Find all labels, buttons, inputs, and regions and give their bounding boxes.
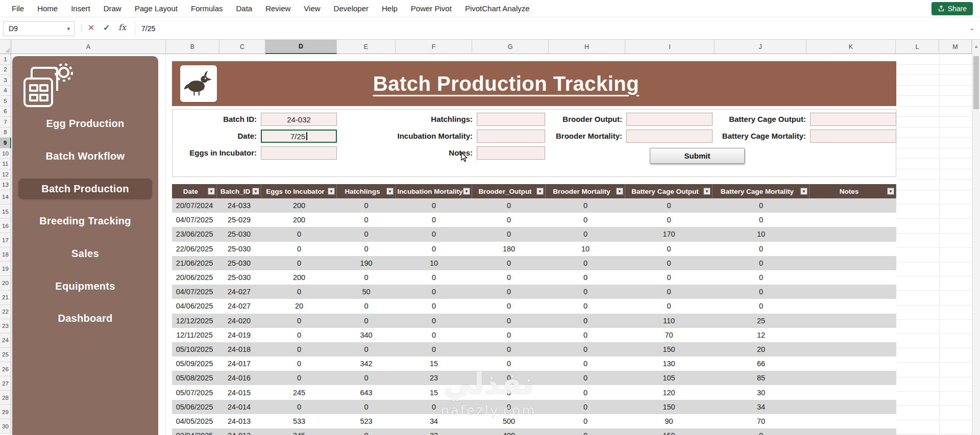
table-cell[interactable]: 02/04/2025 bbox=[172, 428, 217, 435]
table-cell[interactable]: 70 bbox=[713, 414, 810, 428]
submit-button[interactable]: Submit bbox=[650, 148, 745, 164]
table-cell[interactable]: 24-020 bbox=[217, 314, 261, 328]
table-cell[interactable]: 0 bbox=[713, 299, 810, 313]
row-header-15[interactable]: 15 bbox=[0, 204, 11, 219]
table-cell[interactable]: 105 bbox=[625, 371, 713, 385]
table-cell[interactable]: 0 bbox=[261, 227, 337, 241]
table-cell[interactable]: 20/07/2024 bbox=[172, 198, 217, 213]
table-cell[interactable]: 05/09/2025 bbox=[172, 356, 217, 371]
table-cell[interactable]: 04/07/2025 bbox=[172, 285, 217, 299]
table-cell[interactable] bbox=[810, 256, 896, 270]
filter-dropdown-icon[interactable]: ▼ bbox=[328, 188, 335, 195]
row-header-30[interactable]: 30 bbox=[0, 419, 11, 433]
table-cell[interactable]: 0 bbox=[546, 256, 625, 270]
filter-dropdown-icon[interactable]: ▼ bbox=[208, 188, 215, 195]
table-cell[interactable]: 0 bbox=[713, 198, 810, 213]
column-header-F[interactable]: F bbox=[396, 40, 472, 54]
table-cell[interactable]: 0 bbox=[396, 314, 472, 328]
table-cell[interactable]: 0 bbox=[546, 227, 625, 241]
table-cell[interactable]: 20 bbox=[713, 342, 810, 356]
table-cell[interactable]: 0 bbox=[337, 342, 396, 356]
table-cell[interactable] bbox=[810, 400, 896, 414]
table-cell[interactable]: 90 bbox=[625, 414, 713, 428]
sidebar-item-equipments[interactable]: Equipments bbox=[18, 276, 152, 296]
table-cell[interactable]: 0 bbox=[546, 356, 625, 371]
cancel-entry-icon[interactable]: ✕ bbox=[88, 23, 94, 33]
table-cell[interactable]: 0 bbox=[713, 285, 810, 299]
table-cell[interactable]: 20 bbox=[261, 299, 337, 313]
table-cell[interactable]: 24-015 bbox=[217, 385, 261, 399]
table-cell[interactable]: 0 bbox=[472, 356, 546, 371]
table-cell[interactable]: 30 bbox=[713, 385, 810, 399]
table-cell[interactable]: 24-013 bbox=[217, 414, 261, 428]
table-cell[interactable]: 0 bbox=[625, 299, 713, 313]
table-cell[interactable]: 0 bbox=[337, 213, 396, 227]
table-cell[interactable]: 340 bbox=[337, 328, 396, 342]
column-header-E[interactable]: E bbox=[337, 40, 396, 54]
table-cell[interactable] bbox=[810, 356, 896, 371]
table-cell[interactable]: 33 bbox=[396, 428, 472, 435]
table-cell[interactable] bbox=[810, 342, 896, 356]
menu-data[interactable]: Data bbox=[229, 4, 259, 13]
table-cell[interactable]: 04/07/2025 bbox=[172, 213, 217, 227]
table-cell[interactable]: 0 bbox=[472, 213, 546, 227]
table-cell[interactable]: 66 bbox=[713, 356, 810, 371]
table-cell[interactable]: 170 bbox=[625, 227, 713, 241]
filter-dropdown-icon[interactable]: ▼ bbox=[536, 188, 544, 195]
row-header-11[interactable]: 11 bbox=[0, 159, 11, 169]
table-cell[interactable]: 0 bbox=[546, 270, 625, 285]
table-cell[interactable]: 0 bbox=[625, 198, 713, 213]
table-cell[interactable]: 0 bbox=[396, 342, 472, 356]
menu-developer[interactable]: Developer bbox=[327, 4, 375, 13]
scrollbar-thumb[interactable] bbox=[973, 56, 979, 109]
table-cell[interactable]: 24-027 bbox=[217, 299, 261, 313]
table-cell[interactable]: 50 bbox=[337, 285, 396, 299]
table-column-header-battery-cage-mortality[interactable]: Battery Cage Mortality▼ bbox=[713, 184, 810, 198]
row-header-26[interactable]: 26 bbox=[0, 362, 11, 376]
table-cell[interactable]: 0 bbox=[396, 242, 472, 256]
table-cell[interactable]: 0 bbox=[472, 328, 546, 342]
table-cell[interactable]: 0 bbox=[337, 314, 396, 328]
table-cell[interactable]: 24-012 bbox=[217, 428, 261, 435]
filter-dropdown-icon[interactable]: ▼ bbox=[703, 188, 710, 195]
table-cell[interactable]: 110 bbox=[625, 314, 713, 328]
table-cell[interactable]: 10 bbox=[546, 242, 625, 256]
table-cell[interactable]: 190 bbox=[337, 256, 396, 270]
row-header-21[interactable]: 21 bbox=[0, 291, 11, 305]
table-cell[interactable]: 0 bbox=[472, 385, 546, 399]
table-cell[interactable]: 180 bbox=[472, 242, 546, 256]
menu-draw[interactable]: Draw bbox=[97, 4, 128, 13]
table-cell[interactable]: 0 bbox=[546, 198, 625, 213]
table-cell[interactable]: 523 bbox=[337, 414, 396, 428]
row-header-4[interactable]: 4 bbox=[0, 86, 11, 96]
table-cell[interactable]: 23 bbox=[396, 371, 472, 385]
table-cell[interactable]: 0 bbox=[472, 270, 546, 285]
row-header-27[interactable]: 27 bbox=[0, 376, 11, 391]
table-column-header-date[interactable]: Date▼ bbox=[172, 184, 217, 198]
table-cell[interactable]: 0 bbox=[472, 198, 546, 213]
row-header-2[interactable]: 2 bbox=[0, 65, 11, 75]
row-header-22[interactable]: 22 bbox=[0, 305, 11, 319]
column-header-B[interactable]: B bbox=[166, 40, 219, 54]
sidebar-item-breeding-tracking[interactable]: Breeding Tracking bbox=[18, 211, 152, 231]
table-cell[interactable]: 0 bbox=[261, 356, 337, 371]
table-column-header-hatchlings[interactable]: Hatchlings▼ bbox=[337, 184, 396, 198]
filter-dropdown-icon[interactable]: ▼ bbox=[386, 188, 394, 195]
table-cell[interactable]: 05/08/2025 bbox=[172, 371, 217, 385]
table-cell[interactable]: 643 bbox=[337, 385, 396, 399]
sidebar-item-dashboard[interactable]: Dashboard bbox=[18, 308, 152, 328]
menu-file[interactable]: File bbox=[5, 4, 31, 13]
date-input[interactable]: 7/25 bbox=[261, 130, 337, 143]
table-cell[interactable]: 400 bbox=[472, 428, 546, 435]
table-cell[interactable]: 0 bbox=[713, 242, 810, 256]
table-cell[interactable]: 150 bbox=[625, 400, 713, 414]
table-cell[interactable]: 0 bbox=[472, 299, 546, 313]
sidebar-item-batch-production[interactable]: Batch Production bbox=[18, 178, 152, 199]
row-header-23[interactable]: 23 bbox=[0, 319, 11, 334]
filter-dropdown-icon[interactable]: ▼ bbox=[887, 188, 894, 195]
table-cell[interactable]: 0 bbox=[261, 371, 337, 385]
table-cell[interactable]: 0 bbox=[546, 314, 625, 328]
menu-view[interactable]: View bbox=[297, 4, 327, 13]
row-header-9[interactable]: 9 bbox=[0, 138, 11, 148]
table-cell[interactable]: 0 bbox=[546, 385, 625, 399]
